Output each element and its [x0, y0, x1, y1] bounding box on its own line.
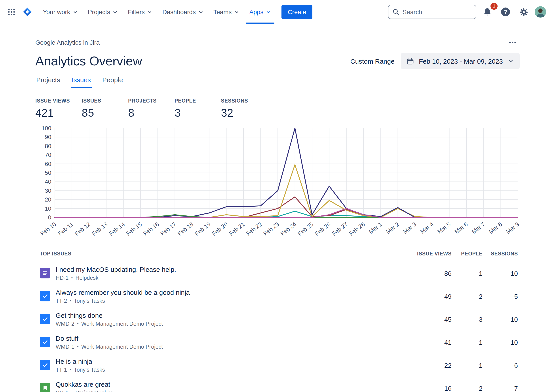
svg-text:Feb 19: Feb 19 — [194, 221, 212, 237]
stat-issue-views: ISSUE VIEWS 421 — [35, 98, 82, 119]
gear-icon — [519, 7, 528, 17]
settings-button[interactable] — [517, 5, 531, 19]
svg-text:Feb 11: Feb 11 — [57, 221, 75, 237]
issue-title[interactable]: I need my MacOS updating. Please help. — [56, 265, 176, 273]
sessions-value: 6 — [482, 361, 518, 369]
chevron-down-icon — [198, 9, 204, 15]
nav-item-apps[interactable]: Apps — [244, 0, 276, 24]
task-icon — [40, 314, 50, 324]
help-icon: ? — [501, 7, 510, 16]
dot-separator: • — [70, 298, 71, 303]
dot-separator: • — [77, 321, 79, 326]
issue-views-value: 49 — [399, 292, 452, 300]
svg-text:Mar 7: Mar 7 — [471, 221, 486, 235]
nav-item-dashboards[interactable]: Dashboards — [158, 0, 209, 24]
svg-text:Mar 3: Mar 3 — [402, 221, 417, 235]
svg-text:Feb 23: Feb 23 — [262, 221, 280, 237]
issue-views-value: 41 — [399, 338, 452, 346]
svg-text:Feb 12: Feb 12 — [73, 221, 92, 237]
svg-text:Feb 26: Feb 26 — [314, 221, 332, 237]
app-switcher-button[interactable] — [4, 5, 19, 19]
table-row[interactable]: I need my MacOS updating. Please help. H… — [40, 262, 518, 285]
custom-range-label: Custom Range — [351, 57, 394, 65]
document-icon — [40, 268, 50, 278]
story-icon — [40, 383, 50, 392]
create-button[interactable]: Create — [281, 5, 312, 19]
date-range-button[interactable]: Feb 10, 2023 - Mar 09, 2023 — [401, 53, 520, 69]
svg-text:Feb 24: Feb 24 — [279, 221, 297, 237]
avatar-image — [535, 6, 546, 18]
issue-title[interactable]: Always remember you should be a good nin… — [56, 288, 190, 296]
tab-issues[interactable]: Issues — [71, 76, 92, 88]
primary-nav: Your work Projects Filters Dashboards Te… — [38, 0, 276, 24]
svg-text:Mar 4: Mar 4 — [419, 221, 435, 235]
stat-sessions: SESSIONS 32 — [221, 98, 267, 119]
svg-text:60: 60 — [45, 161, 51, 167]
sessions-value: 5 — [482, 292, 518, 300]
table-row[interactable]: He is a ninja TT-1 • Tony's Tasks 22 1 6 — [40, 354, 518, 377]
table-row[interactable]: Do stuff WMD-1 • Work Management Demo Pr… — [40, 331, 518, 354]
dot-separator: • — [71, 275, 73, 280]
table-row[interactable]: Always remember you should be a good nin… — [40, 285, 518, 308]
issue-title[interactable]: He is a ninja — [56, 357, 105, 365]
chevron-down-icon — [266, 9, 271, 15]
svg-text:70: 70 — [45, 152, 51, 158]
issue-views-value: 16 — [399, 384, 452, 392]
search-input[interactable] — [402, 8, 472, 15]
jira-logo-icon — [22, 7, 33, 17]
jira-logo[interactable] — [20, 5, 35, 19]
nav-item-teams[interactable]: Teams — [209, 0, 244, 24]
nav-item-projects[interactable]: Projects — [83, 0, 123, 24]
people-value: 3 — [452, 315, 482, 323]
nav-item-filters[interactable]: Filters — [123, 0, 158, 24]
stat-projects: PROJECTS 8 — [128, 98, 175, 119]
top-issues-table: TOP ISSUES ISSUE VIEWS PEOPLE SESSIONS I… — [35, 249, 520, 392]
svg-text:20: 20 — [45, 196, 51, 203]
people-value: 1 — [452, 269, 482, 277]
tab-projects[interactable]: Projects — [35, 76, 61, 88]
notification-badge: 1 — [490, 3, 497, 10]
sessions-value: 10 — [482, 338, 518, 346]
table-header: TOP ISSUES ISSUE VIEWS PEOPLE SESSIONS — [40, 249, 518, 258]
svg-text:Mar 2: Mar 2 — [385, 221, 400, 235]
avatar[interactable] — [535, 6, 546, 18]
svg-text:Feb 15: Feb 15 — [125, 221, 143, 237]
issue-title[interactable]: Quokkas are great — [56, 380, 113, 388]
issue-title[interactable]: Get things done — [56, 311, 163, 319]
svg-text:Mar 9: Mar 9 — [505, 221, 520, 235]
breadcrumb[interactable]: Google Analytics in Jira — [35, 39, 100, 46]
svg-text:Feb 13: Feb 13 — [91, 221, 109, 237]
column-issue-views: ISSUE VIEWS — [399, 251, 452, 256]
grid-icon — [7, 7, 16, 16]
issue-views-value: 45 — [399, 315, 452, 323]
stat-people: PEOPLE 3 — [175, 98, 221, 119]
sessions-value: 10 — [482, 315, 518, 323]
help-button[interactable]: ? — [498, 5, 513, 19]
svg-text:Feb 17: Feb 17 — [159, 221, 177, 237]
date-range-value: Feb 10, 2023 - Mar 09, 2023 — [419, 57, 503, 65]
tab-people[interactable]: People — [102, 76, 124, 88]
svg-text:Feb 16: Feb 16 — [142, 221, 160, 237]
jira-app: Your work Projects Filters Dashboards Te… — [0, 0, 555, 392]
notifications-button[interactable]: 1 — [480, 5, 495, 19]
table-row[interactable]: Get things done WMD-2 • Work Management … — [40, 308, 518, 331]
stats-row: ISSUE VIEWS 421 ISSUES 85 PROJECTS 8 PEO… — [35, 98, 520, 119]
bell-icon — [482, 7, 492, 17]
more-options-button[interactable] — [505, 35, 520, 50]
dot-separator: • — [77, 344, 79, 349]
svg-text:Mar 6: Mar 6 — [453, 221, 469, 235]
svg-text:0: 0 — [48, 214, 51, 221]
svg-text:100: 100 — [42, 125, 51, 132]
issue-title[interactable]: Do stuff — [56, 334, 163, 342]
svg-text:10: 10 — [45, 205, 51, 212]
svg-text:50: 50 — [45, 170, 51, 176]
issue-key: TT-2 — [56, 298, 67, 304]
svg-text:90: 90 — [45, 134, 51, 140]
people-value: 2 — [452, 292, 482, 300]
svg-text:Feb 10: Feb 10 — [39, 221, 57, 237]
page-title: Analytics Overview — [35, 54, 142, 68]
nav-item-your-work[interactable]: Your work — [38, 0, 83, 24]
table-row[interactable]: Quokkas are great PQ-1 • Project Quokka … — [40, 377, 518, 392]
chevron-down-icon — [234, 9, 240, 15]
main-content: Google Analytics in Jira Analytics Overv… — [35, 35, 520, 392]
